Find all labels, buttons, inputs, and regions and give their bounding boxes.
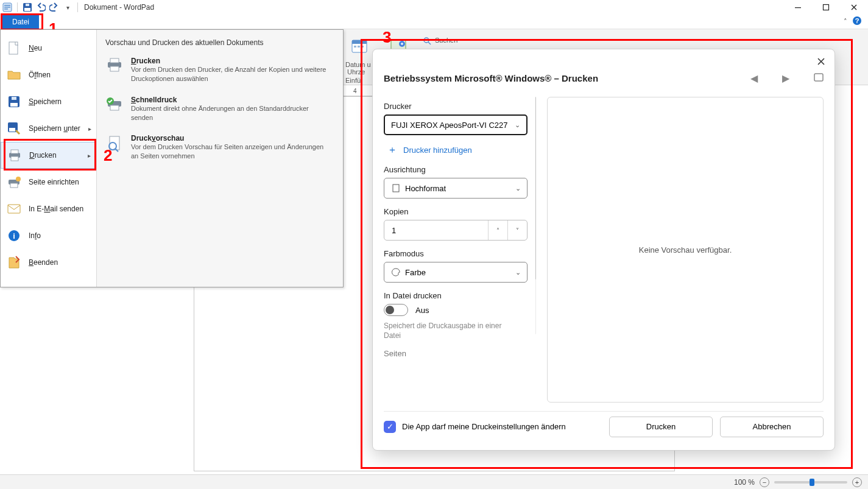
svg-rect-12 (352, 40, 367, 44)
save-as-icon (7, 121, 21, 136)
ribbon-frag-einfu: Einfü (345, 77, 361, 84)
chevron-right-icon: ▸ (88, 152, 91, 159)
email-icon (7, 202, 21, 216)
cancel-button-label: Abbrechen (753, 422, 791, 431)
allow-change-checkbox[interactable]: ✓ (384, 421, 396, 433)
next-page-icon[interactable]: ▶ (782, 72, 789, 84)
collapse-ribbon-icon[interactable]: ˄ (844, 18, 847, 26)
file-menu-right: Vorschau und Drucken des aktuellen Dokum… (97, 30, 343, 287)
print-to-file-state: Aus (415, 306, 429, 315)
spin-down-icon[interactable]: ˅ (507, 220, 527, 240)
maximize-button[interactable] (812, 0, 840, 15)
svg-rect-15 (361, 46, 364, 47)
save-icon[interactable] (23, 2, 32, 12)
file-menu-send-email[interactable]: In E-Mail sendenIn E-Mail senden (1, 195, 96, 222)
new-icon (7, 41, 21, 55)
wordpad-icon (2, 2, 12, 12)
printer-combo[interactable]: FUJI XEROX ApeosPort-VI C227 ⌄ (384, 114, 528, 135)
file-menu-label: SSpeichernpeichern (29, 97, 62, 106)
file-menu-label: In E-Mail sendenIn E-Mail senden (29, 205, 83, 213)
close-button[interactable] (815, 55, 827, 68)
svg-rect-38 (110, 105, 119, 110)
svg-rect-19 (9, 42, 18, 54)
redo-icon[interactable] (49, 2, 59, 12)
color-mode-combo[interactable]: Farbe ⌄ (384, 262, 528, 283)
option-desc: Vor dem Drucken den Drucker, die Anzahl … (131, 65, 332, 83)
help-icon[interactable]: ? (852, 16, 862, 28)
ribbon-right-controls: ˄ ? (844, 16, 868, 28)
file-menu-info[interactable]: i InfoInfo (1, 222, 96, 249)
preview-empty-text: Keine Vorschau verfügbar. (639, 245, 732, 255)
ribbon-find-icon (423, 37, 431, 47)
zoom-slider[interactable] (774, 481, 847, 484)
orientation-combo[interactable]: Hochformat ⌄ (384, 178, 528, 199)
svg-rect-27 (11, 157, 18, 161)
file-menu-save[interactable]: SSpeichernpeichern (1, 88, 96, 115)
print-preview-icon (105, 134, 124, 161)
svg-rect-36 (110, 66, 119, 71)
separator (77, 2, 78, 12)
svg-rect-31 (8, 205, 20, 213)
file-menu-exit[interactable]: BeendenBeenden (1, 249, 96, 276)
ribbon-datetime-icon[interactable] (351, 38, 368, 57)
spin-up-icon[interactable]: ˄ (488, 220, 507, 240)
window-controls (784, 0, 868, 15)
prev-page-icon[interactable]: ◀ (750, 72, 758, 84)
file-menu-save-as[interactable]: Speichern unterSpeichern unter ▸ (1, 115, 96, 142)
zoom-controls: 100 % − + (734, 477, 868, 487)
file-menu-print[interactable]: DDruckenrucken ▸ (1, 142, 96, 169)
ribbon-frag-suchen[interactable]: Suchen (435, 37, 457, 44)
qat-customize-icon[interactable]: ▾ (63, 2, 72, 12)
print-button[interactable]: Drucken (609, 417, 713, 437)
page-setup-icon (7, 175, 21, 189)
open-icon (7, 68, 21, 82)
zoom-out-button[interactable]: − (760, 477, 769, 487)
status-bar: 100 % − + (0, 474, 868, 489)
chevron-down-icon: ⌄ (515, 185, 521, 192)
palette-icon (390, 268, 401, 276)
add-printer-link[interactable]: ＋ Drucker hinzufügen (384, 144, 536, 157)
svg-rect-8 (824, 5, 829, 10)
print-dialog-header: Betriebssystem Microsoft® Windows® – Dru… (384, 72, 824, 84)
label-color-mode: Farbmodus (384, 249, 536, 258)
print-option-quickprint[interactable]: SchnelldruckSchnelldruck Dokument direkt… (97, 92, 343, 131)
svg-rect-42 (814, 74, 823, 81)
print-dialog-body: Drucker FUJI XEROX ApeosPort-VI C227 ⌄ ＋… (384, 97, 824, 403)
orientation-value: Hochformat (405, 184, 446, 193)
print-icon (7, 148, 22, 163)
file-menu-label: InfoInfo (29, 231, 41, 240)
option-title: DruckenDrucken (131, 57, 332, 65)
ribbon-frag-datum: Datum u (345, 61, 371, 68)
svg-text:?: ? (855, 17, 859, 24)
print-preview-area: Keine Vorschau verfügbar. (547, 97, 824, 403)
print-dialog-footer: ✓ Die App darf meine Druckeinstellungen … (384, 411, 824, 442)
svg-rect-6 (26, 4, 29, 6)
fullscreen-icon[interactable] (814, 73, 824, 84)
svg-rect-35 (110, 58, 119, 63)
zoom-in-button[interactable]: + (852, 477, 862, 487)
add-printer-label: Drucker hinzufügen (403, 146, 472, 155)
file-menu-label: NNeueu (29, 44, 42, 52)
svg-rect-14 (358, 46, 360, 47)
ribbon-frag-uhrze: Uhrze (347, 68, 365, 76)
copies-spinner[interactable]: 1 ˄ ˅ (384, 220, 528, 241)
cancel-button[interactable]: Abbrechen (720, 417, 824, 437)
file-menu-page-setup[interactable]: Seite einrichten (1, 169, 96, 195)
file-menu-new[interactable]: NNeueu (1, 35, 96, 62)
scrollbar-thumb[interactable] (535, 97, 536, 280)
file-tab[interactable]: Datei (2, 15, 39, 29)
minimize-button[interactable] (784, 0, 812, 15)
window-title: Dokument - WordPad (84, 3, 154, 12)
file-menu-open[interactable]: ÖffnenÖffnen (1, 62, 96, 88)
close-button[interactable] (840, 0, 868, 15)
print-option-preview[interactable]: DruckvorschauDruckvorschau Vor dem Druck… (97, 130, 343, 169)
svg-point-30 (16, 177, 21, 181)
slider-knob[interactable] (810, 479, 814, 486)
print-to-file-toggle[interactable] (384, 304, 408, 316)
label-orientation: Ausrichtung (384, 165, 536, 174)
quick-access-toolbar: ▾ (0, 2, 79, 12)
print-option-print[interactable]: DruckenDrucken Vor dem Drucken den Druck… (97, 53, 343, 92)
svg-rect-2 (4, 7, 10, 8)
undo-icon[interactable] (36, 2, 46, 12)
allow-change-label: Die App darf meine Druckeinstellungen än… (402, 422, 566, 431)
